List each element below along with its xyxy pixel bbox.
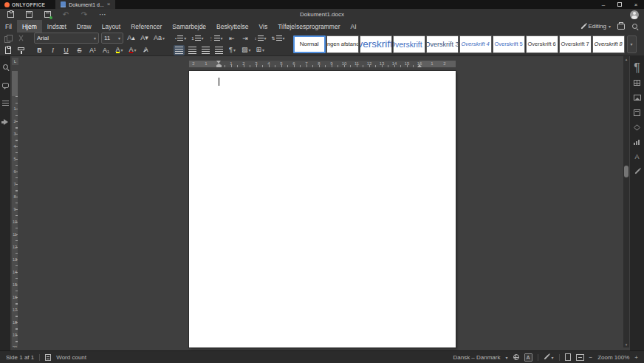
paste-button[interactable] [2, 45, 13, 55]
style-overskrift-3[interactable]: Overskrift 3 [426, 35, 459, 53]
zoom-out-button[interactable]: − [589, 354, 593, 361]
style-ingen-afstand[interactable]: Ingen afstand [326, 35, 359, 53]
search-icon[interactable] [631, 23, 638, 30]
first-line-indent-marker[interactable] [216, 61, 221, 64]
style-overskrift-5[interactable]: Overskrift 5 [493, 35, 525, 53]
save-button[interactable] [5, 10, 16, 19]
increase-font-button[interactable]: A▴ [126, 33, 137, 44]
paragraph-spacing-button[interactable]: ⇅▾ [270, 33, 287, 44]
track-changes-button[interactable]: ▾ [544, 355, 554, 360]
right-indent-marker[interactable] [417, 64, 422, 67]
shading-button[interactable]: ▨▾ [240, 45, 253, 55]
language-selector[interactable]: Dansk – Danmark [453, 354, 500, 361]
word-count-button[interactable]: Word count [56, 354, 86, 361]
bold-button[interactable]: B [34, 45, 45, 55]
bullets-button[interactable]: •▾ [174, 33, 188, 44]
menu-tab-ai[interactable]: AI [345, 20, 361, 33]
tab-close-icon[interactable]: × [107, 0, 111, 9]
table-settings-button[interactable] [633, 78, 642, 87]
fit-page-button[interactable] [565, 353, 571, 361]
zoom-in-button[interactable]: + [634, 354, 638, 361]
style-overskrift-1[interactable]: Overskrift 1 [360, 35, 392, 53]
style-normal[interactable]: Normal [293, 35, 326, 53]
scroll-up-icon[interactable]: ▴ [623, 56, 629, 62]
style-overskrift-8[interactable]: Overskrift 8 [592, 35, 625, 53]
superscript-button[interactable]: A¹ [87, 45, 98, 55]
menu-tab-layout[interactable]: Layout [97, 20, 126, 33]
minimize-button[interactable]: – [595, 0, 612, 9]
navigation-button[interactable] [1, 99, 10, 108]
align-left-button[interactable] [174, 45, 185, 55]
header-footer-settings-button[interactable] [633, 108, 642, 117]
scrollbar-thumb[interactable] [624, 166, 628, 177]
cut-button[interactable] [16, 33, 27, 44]
decrease-font-button[interactable]: A▾ [139, 33, 150, 44]
copy-style-button[interactable] [16, 45, 27, 55]
italic-button[interactable]: I [47, 45, 58, 55]
menu-tab-beskyttelse[interactable]: Beskyttelse [211, 20, 253, 33]
maximize-button[interactable] [612, 0, 628, 9]
style-overskrift-7[interactable]: Overskrift 7 [559, 35, 592, 53]
menu-tab-vis[interactable]: Vis [254, 20, 273, 33]
menu-tab-draw[interactable]: Draw [72, 20, 97, 33]
page-count-label[interactable]: Side 1 af 1 [6, 354, 34, 361]
signature-settings-button[interactable] [633, 167, 642, 176]
shape-settings-button[interactable] [633, 123, 642, 132]
style-overskrift-4[interactable]: Overskrift 4 [459, 35, 492, 53]
print-button[interactable] [24, 10, 34, 19]
globe-icon[interactable] [513, 354, 519, 360]
editing-mode-selector[interactable]: Editing ▾ [580, 23, 611, 30]
vertical-ruler[interactable]: 1234567891011121314151617181920 [12, 71, 18, 347]
subscript-button[interactable]: A₁ [100, 45, 112, 55]
highlight-color-button[interactable]: A▾ [114, 45, 125, 55]
increase-indent-button[interactable]: ⇥ [240, 33, 251, 44]
menu-tab-tilfojelsesprogrammer[interactable]: Tilføjelsesprogrammer [273, 20, 345, 33]
textart-settings-button[interactable]: A [633, 152, 642, 161]
font-name-select[interactable]: Arial ▾ [34, 33, 99, 44]
font-size-select[interactable]: 11 ▾ [101, 33, 123, 44]
numbering-button[interactable]: 1▾ [190, 33, 205, 44]
nonprinting-characters-button[interactable]: ¶▾ [227, 45, 238, 55]
zoom-level-label[interactable]: Zoom 100% [597, 354, 629, 361]
multilevel-list-button[interactable]: ⋮▾ [208, 33, 225, 44]
spell-check-toggle[interactable]: A [524, 353, 532, 362]
decrease-indent-button[interactable]: ⇤ [227, 33, 238, 44]
close-button[interactable]: × [628, 0, 644, 9]
menu-tab-indsaet[interactable]: Indsæt [42, 20, 72, 33]
redo-button[interactable]: ↷ [79, 10, 89, 19]
undo-button[interactable]: ↶ [61, 10, 71, 19]
change-case-button[interactable]: Aa▾ [152, 33, 166, 44]
vertical-scrollbar[interactable]: ▴ ▾ [623, 56, 629, 347]
underline-button[interactable]: U [61, 45, 72, 55]
line-spacing-button[interactable]: ↕▾ [253, 33, 268, 44]
feedback-button[interactable] [1, 118, 10, 126]
open-file-location-icon[interactable] [617, 24, 625, 30]
menu-tab-hjem[interactable]: Hjem [17, 20, 42, 33]
menu-tab-samarbejde[interactable]: Samarbejde [167, 20, 211, 33]
style-overskrift-6[interactable]: Overskrift 6 [526, 35, 558, 53]
document-tab[interactable]: Dokument1 d... × [55, 0, 115, 9]
quick-print-button[interactable] [42, 10, 52, 19]
comments-button[interactable] [1, 81, 10, 89]
font-color-button[interactable]: A▾ [127, 45, 138, 55]
more-actions-button[interactable]: ⋯ [97, 10, 108, 19]
align-center-button[interactable] [187, 45, 198, 55]
user-avatar[interactable] [630, 10, 639, 19]
paragraph-settings-button[interactable]: ¶ [633, 64, 642, 72]
find-button[interactable] [1, 62, 10, 71]
tab-stop-selector[interactable]: L [12, 58, 18, 65]
horizontal-ruler[interactable]: 211234567891011121314151612 [189, 61, 456, 67]
image-settings-button[interactable] [633, 93, 642, 102]
menu-tab-fil[interactable]: Fil [0, 20, 17, 33]
style-gallery-more-button[interactable]: ▾ [627, 35, 637, 53]
copy-button[interactable] [2, 33, 13, 44]
align-right-button[interactable] [200, 45, 211, 55]
justify-button[interactable] [213, 45, 225, 55]
style-overskrift-2[interactable]: Overskrift 2 [393, 35, 425, 53]
strikeout-button[interactable]: S [74, 45, 85, 55]
borders-button[interactable]: ⊞▾ [255, 45, 267, 55]
menu-tab-referencer[interactable]: Referencer [126, 20, 167, 33]
fit-width-button[interactable] [576, 354, 584, 361]
scroll-down-icon[interactable]: ▾ [623, 342, 629, 347]
document-page[interactable] [189, 71, 456, 347]
